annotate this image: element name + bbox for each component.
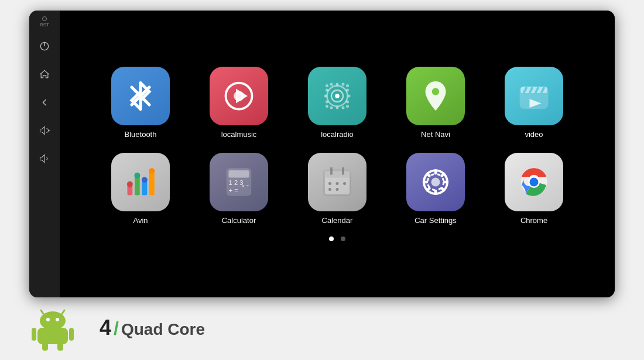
calendar-icon bbox=[308, 153, 366, 211]
svg-point-22 bbox=[330, 107, 333, 109]
home-button[interactable] bbox=[35, 65, 54, 84]
svg-point-51 bbox=[328, 182, 331, 185]
svg-point-25 bbox=[346, 105, 349, 108]
device-shell: RST bbox=[29, 11, 615, 297]
svg-point-65 bbox=[46, 318, 50, 321]
svg-point-14 bbox=[346, 84, 349, 87]
sidebar: RST bbox=[29, 11, 60, 297]
svg-point-61 bbox=[530, 178, 539, 187]
localmusic-icon bbox=[210, 67, 268, 125]
volume-down-button[interactable] bbox=[35, 149, 54, 168]
app-localmusic[interactable]: localmusic bbox=[196, 67, 282, 139]
localradio-label: localradio bbox=[321, 130, 354, 139]
svg-point-21 bbox=[326, 105, 328, 108]
avin-label: Avin bbox=[133, 216, 148, 225]
svg-point-38 bbox=[127, 181, 133, 187]
svg-point-41 bbox=[149, 168, 155, 174]
video-icon bbox=[505, 67, 563, 125]
svg-point-15 bbox=[326, 89, 328, 92]
bluetooth-label: Bluetooth bbox=[125, 130, 157, 139]
netnavi-label: Net Navi bbox=[421, 130, 450, 139]
back-button[interactable] bbox=[35, 93, 54, 112]
pagination-dot-2[interactable] bbox=[341, 236, 345, 241]
app-video[interactable]: video bbox=[491, 67, 577, 139]
calendar-label: Calendar bbox=[322, 216, 353, 225]
svg-point-57 bbox=[431, 178, 440, 187]
apps-grid: Bluetooth localmusic bbox=[97, 67, 577, 225]
svg-point-40 bbox=[142, 177, 148, 183]
rst-indicator bbox=[42, 16, 47, 21]
pagination bbox=[329, 236, 345, 241]
svg-point-9 bbox=[335, 94, 340, 98]
app-avin[interactable]: Avin bbox=[97, 153, 184, 225]
android-robot-icon bbox=[29, 304, 76, 351]
svg-point-55 bbox=[336, 188, 339, 191]
svg-point-20 bbox=[346, 101, 349, 104]
localmusic-label: localmusic bbox=[221, 130, 257, 139]
bottom-section: 4 / Quad Core bbox=[29, 304, 615, 351]
app-calendar[interactable]: Calendar bbox=[294, 153, 381, 225]
video-label: video bbox=[525, 130, 543, 139]
netnavi-icon bbox=[406, 67, 465, 125]
chrome-icon bbox=[505, 153, 563, 211]
svg-point-12 bbox=[336, 83, 339, 86]
app-calculator[interactable]: 1 2 3 + = × ÷ Calculator bbox=[196, 153, 282, 225]
svg-rect-71 bbox=[57, 342, 63, 351]
svg-rect-69 bbox=[69, 328, 74, 341]
svg-rect-37 bbox=[149, 172, 155, 196]
screen: Bluetooth localmusic bbox=[60, 11, 615, 297]
svg-point-18 bbox=[348, 95, 351, 98]
localradio-icon bbox=[308, 67, 366, 125]
power-button[interactable] bbox=[35, 37, 54, 56]
app-bluetooth[interactable]: Bluetooth bbox=[97, 67, 184, 139]
svg-point-66 bbox=[56, 318, 59, 321]
calculator-label: Calculator bbox=[222, 216, 256, 225]
bluetooth-icon bbox=[111, 67, 170, 125]
svg-rect-70 bbox=[42, 342, 48, 351]
app-localradio[interactable]: localradio bbox=[294, 67, 381, 139]
svg-rect-35 bbox=[135, 176, 140, 196]
app-chrome[interactable]: Chrome bbox=[491, 153, 577, 225]
svg-point-64 bbox=[40, 311, 66, 330]
quad-number: 4 bbox=[100, 316, 111, 340]
svg-point-10 bbox=[326, 84, 328, 87]
svg-point-23 bbox=[336, 107, 339, 109]
android-logo-area bbox=[29, 304, 76, 351]
pagination-dot-1[interactable] bbox=[329, 236, 334, 241]
chrome-label: Chrome bbox=[520, 216, 547, 225]
carsettings-label: Car Settings bbox=[415, 216, 457, 225]
volume-up-button[interactable] bbox=[35, 121, 54, 140]
svg-point-54 bbox=[328, 188, 331, 191]
svg-rect-48 bbox=[324, 170, 351, 178]
svg-point-53 bbox=[343, 182, 346, 185]
app-carsettings[interactable]: Car Settings bbox=[392, 153, 479, 225]
carsettings-icon bbox=[406, 153, 465, 211]
svg-point-52 bbox=[336, 182, 339, 185]
svg-point-13 bbox=[342, 83, 345, 86]
svg-point-39 bbox=[134, 173, 140, 179]
svg-rect-43 bbox=[229, 170, 249, 178]
svg-text:× ÷: × ÷ bbox=[242, 183, 249, 189]
rst-area: RST bbox=[40, 16, 49, 28]
quad-core-text: 4 / Quad Core bbox=[100, 316, 205, 340]
svg-point-16 bbox=[346, 89, 349, 92]
svg-point-24 bbox=[342, 107, 345, 109]
svg-point-11 bbox=[330, 83, 333, 86]
calculator-icon: 1 2 3 + = × ÷ bbox=[210, 153, 268, 211]
svg-point-26 bbox=[432, 88, 440, 95]
svg-text:1 2 3: 1 2 3 bbox=[229, 179, 244, 186]
quad-slash: / bbox=[114, 318, 119, 340]
app-netnavi[interactable]: Net Navi bbox=[392, 67, 479, 139]
quad-label: Quad Core bbox=[121, 320, 205, 339]
rst-label: RST bbox=[40, 22, 49, 28]
svg-marker-6 bbox=[236, 89, 248, 104]
svg-rect-67 bbox=[37, 328, 68, 344]
svg-point-17 bbox=[324, 95, 327, 98]
svg-point-19 bbox=[326, 101, 328, 104]
svg-rect-68 bbox=[32, 328, 36, 341]
svg-text:+ =: + = bbox=[229, 187, 239, 194]
avin-icon bbox=[111, 153, 170, 211]
